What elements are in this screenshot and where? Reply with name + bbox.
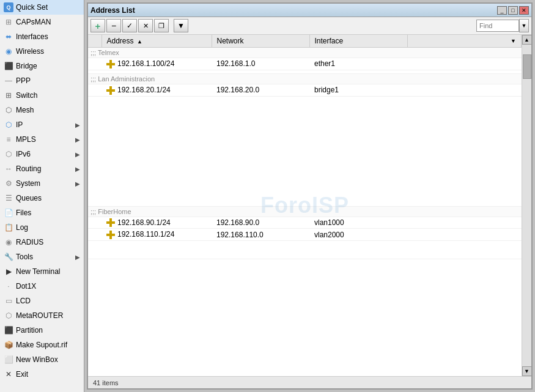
scrollbar-right: ▲ ▼ bbox=[522, 35, 531, 376]
row-extra bbox=[407, 229, 522, 241]
sidebar-item-label: PPP bbox=[16, 76, 31, 85]
sidebar-item-label: Partition bbox=[16, 326, 43, 335]
row-network: 192.168.110.0 bbox=[212, 229, 309, 241]
sort-asc-icon: ▲ bbox=[137, 39, 142, 45]
minimize-button[interactable]: _ bbox=[497, 6, 507, 15]
chevron-right-icon: ▶ bbox=[75, 166, 80, 172]
table-row[interactable]: 192.168.110.1/24 192.168.110.0 vlan2000 bbox=[88, 229, 522, 241]
sidebar-item-system[interactable]: ⚙ System ▶ bbox=[0, 176, 84, 191]
search-dropdown[interactable]: ▼ bbox=[519, 19, 529, 32]
metarouter-icon: ⬡ bbox=[4, 311, 13, 320]
partition-icon: ⬛ bbox=[4, 325, 13, 335]
scrollbar-thumb[interactable] bbox=[523, 54, 531, 79]
chevron-right-icon: ▶ bbox=[75, 136, 80, 143]
sidebar-item-label: Tools bbox=[16, 253, 33, 261]
row-address[interactable]: 192.168.110.1/24 bbox=[101, 229, 212, 241]
row-address[interactable]: 192.168.20.1/24 bbox=[101, 84, 212, 96]
sidebar-item-ppp[interactable]: — PPP bbox=[0, 73, 84, 88]
sidebar-item-ipv6[interactable]: ⬡ IPv6 ▶ bbox=[0, 147, 84, 161]
sidebar-item-lcd[interactable]: ▭ LCD bbox=[0, 294, 84, 308]
empty-space-row bbox=[88, 96, 522, 206]
sidebar-item-mpls[interactable]: ≡ MPLS ▶ bbox=[0, 132, 84, 147]
sidebar-item-metarouter[interactable]: ⬡ MetaROUTER bbox=[0, 308, 84, 323]
remove-button[interactable]: − bbox=[106, 19, 121, 32]
sidebar-item-switch[interactable]: ⊞ Switch bbox=[0, 88, 84, 103]
dot1x-icon: · bbox=[4, 281, 13, 291]
sidebar-item-partition[interactable]: ⬛ Partition bbox=[0, 323, 84, 338]
scroll-up-button[interactable]: ▲ bbox=[522, 35, 532, 45]
col-extra-header[interactable]: ▼ bbox=[407, 35, 522, 48]
sidebar-item-tools[interactable]: 🔧 Tools ▶ bbox=[0, 250, 84, 264]
scroll-down-button[interactable]: ▼ bbox=[522, 366, 532, 376]
chevron-right-icon: ▶ bbox=[75, 254, 80, 261]
exit-icon: ✕ bbox=[4, 369, 13, 379]
sidebar-item-interfaces[interactable]: ⬌ Interfaces bbox=[0, 29, 84, 44]
tools-icon: 🔧 bbox=[4, 252, 13, 262]
section-lan-admin: ;;; Lan Administracion bbox=[88, 73, 522, 84]
search-box: ▼ bbox=[476, 19, 529, 32]
files-icon: 📄 bbox=[4, 208, 13, 218]
col-interface-header[interactable]: Interface bbox=[309, 35, 407, 48]
copy-button[interactable]: ❐ bbox=[154, 19, 169, 32]
sidebar-item-wireless[interactable]: ◉ Wireless bbox=[0, 44, 84, 59]
table-row[interactable]: 192.168.1.100/24 192.168.1.0 ether1 bbox=[88, 58, 522, 70]
sidebar-item-log[interactable]: 📋 Log bbox=[0, 220, 84, 235]
sidebar-item-files[interactable]: 📄 Files bbox=[0, 205, 84, 220]
sidebar-item-queues[interactable]: ☰ Queues bbox=[0, 191, 84, 205]
maximize-button[interactable]: □ bbox=[508, 6, 518, 15]
sidebar-item-label: Interfaces bbox=[16, 32, 48, 41]
toolbar: + − ✓ ✕ ❐ ▼ ▼ bbox=[88, 17, 531, 35]
sidebar-item-label: Quick Set bbox=[16, 3, 48, 12]
sidebar-item-label: Make Supout.rif bbox=[16, 341, 67, 349]
sidebar-item-newwinbox[interactable]: ⬜ New WinBox bbox=[0, 352, 84, 367]
filter-button[interactable]: ▼ bbox=[174, 19, 188, 32]
section-comment: ;;; Lan Administracion bbox=[90, 75, 155, 83]
row-address[interactable]: 192.168.1.100/24 bbox=[101, 58, 212, 70]
table-row[interactable]: 192.168.90.1/24 192.168.90.0 vlan1000 bbox=[88, 216, 522, 229]
sidebar-item-bridge[interactable]: ⬛ Bridge bbox=[0, 59, 84, 73]
statusbar: 41 items bbox=[88, 376, 531, 388]
sidebar-item-label: Queues bbox=[16, 194, 42, 202]
sidebar-item-label: MPLS bbox=[16, 135, 36, 144]
chevron-right-icon: ▶ bbox=[75, 122, 80, 128]
search-input[interactable] bbox=[476, 20, 519, 32]
sidebar-item-routing[interactable]: ↔ Routing ▶ bbox=[0, 161, 84, 176]
table-row[interactable]: 192.168.20.1/24 192.168.20.0 bridge1 bbox=[88, 84, 522, 96]
mpls-icon: ≡ bbox=[4, 135, 13, 144]
row-select[interactable] bbox=[88, 216, 101, 229]
items-count: 41 items bbox=[93, 379, 119, 386]
disable-button[interactable]: ✕ bbox=[138, 19, 153, 32]
switch-icon: ⊞ bbox=[4, 91, 13, 100]
interfaces-icon: ⬌ bbox=[4, 32, 13, 42]
sidebar-item-label: IPv6 bbox=[16, 150, 31, 158]
sidebar-item-label: Dot1X bbox=[16, 282, 36, 290]
row-network: 192.168.1.0 bbox=[212, 58, 309, 70]
sidebar-item-exit[interactable]: ✕ Exit bbox=[0, 367, 84, 382]
row-select[interactable] bbox=[88, 84, 101, 96]
ppp-icon: — bbox=[4, 76, 13, 86]
sidebar-item-mesh[interactable]: ⬡ Mesh bbox=[0, 103, 84, 117]
row-select[interactable] bbox=[88, 229, 101, 241]
sidebar-item-dot1x[interactable]: · Dot1X bbox=[0, 279, 84, 294]
add-button[interactable]: + bbox=[90, 19, 105, 32]
sidebar-item-quickset[interactable]: Q Quick Set bbox=[0, 0, 84, 15]
close-button[interactable]: ✕ bbox=[519, 6, 529, 15]
col-select-header[interactable] bbox=[88, 35, 101, 48]
col-address-header[interactable]: Address ▲ bbox=[101, 35, 212, 48]
table-container: ForoISP Address ▲ Network bbox=[88, 35, 522, 376]
sidebar-item-capsman[interactable]: ⊞ CAPsMAN bbox=[0, 15, 84, 29]
sidebar-item-makesupout[interactable]: 📦 Make Supout.rif bbox=[0, 338, 84, 352]
terminal-icon: ▶ bbox=[4, 267, 13, 276]
enable-button[interactable]: ✓ bbox=[122, 19, 137, 32]
makesupout-icon: 📦 bbox=[4, 340, 13, 350]
row-select[interactable] bbox=[88, 58, 101, 70]
sidebar-item-ip[interactable]: ⬡ IP ▶ bbox=[0, 117, 84, 132]
row-address[interactable]: 192.168.90.1/24 bbox=[101, 216, 212, 229]
row-interface: vlan2000 bbox=[309, 229, 407, 241]
sidebar-item-label: Bridge bbox=[16, 62, 37, 70]
sidebar-item-newterminal[interactable]: ▶ New Terminal bbox=[0, 264, 84, 279]
sidebar-item-radius[interactable]: ◉ RADIUS bbox=[0, 235, 84, 250]
col-network-header[interactable]: Network bbox=[212, 35, 309, 48]
queues-icon: ☰ bbox=[4, 193, 13, 203]
address-icon bbox=[106, 218, 115, 227]
